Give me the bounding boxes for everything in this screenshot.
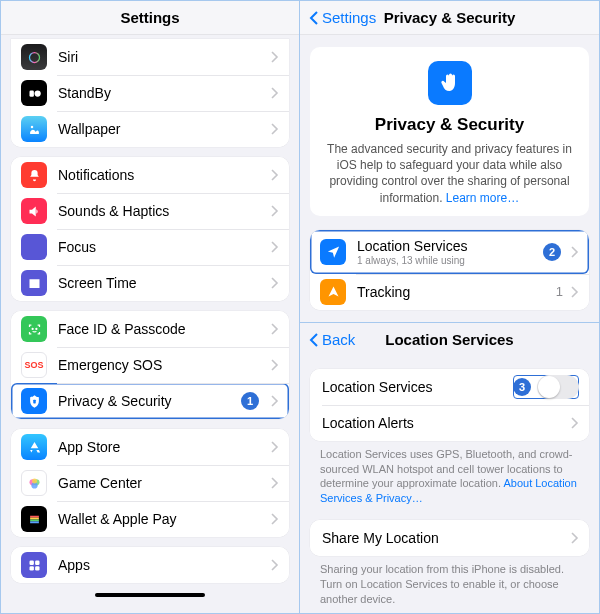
settings-row-wallpaper[interactable]: Wallpaper xyxy=(11,111,289,147)
chevron-right-icon xyxy=(271,441,279,453)
chevron-left-icon xyxy=(308,11,320,25)
chevron-right-icon xyxy=(271,359,279,371)
hero-title: Privacy & Security xyxy=(324,115,575,135)
location-panel: Back Location Services Location Services… xyxy=(300,323,599,613)
standby-icon xyxy=(21,80,47,106)
tracking-count: 1 xyxy=(556,284,563,299)
settings-row-wallet[interactable]: Wallet & Apple Pay xyxy=(11,501,289,537)
settings-row-faceid[interactable]: Face ID & Passcode xyxy=(11,311,289,347)
settings-row-appstore[interactable]: App Store xyxy=(11,429,289,465)
svg-rect-15 xyxy=(29,560,33,564)
chevron-right-icon xyxy=(271,323,279,335)
settings-row-sos[interactable]: SOS Emergency SOS xyxy=(11,347,289,383)
tracking-icon xyxy=(320,279,346,305)
svg-point-5 xyxy=(35,328,36,329)
chevron-right-icon xyxy=(271,169,279,181)
row-location-services[interactable]: Location Services 1 always, 13 while usi… xyxy=(310,230,589,274)
row-location-alerts[interactable]: Location Alerts xyxy=(310,405,589,441)
gamecenter-icon xyxy=(21,470,47,496)
sounds-icon xyxy=(21,198,47,224)
privacy-hero: Privacy & Security The advanced security… xyxy=(310,47,589,216)
step-badge-3: 3 xyxy=(513,378,531,396)
siri-icon xyxy=(21,44,47,70)
svg-rect-14 xyxy=(30,521,39,523)
svg-rect-11 xyxy=(30,515,39,517)
chevron-right-icon xyxy=(271,123,279,135)
svg-rect-1 xyxy=(29,90,33,96)
settings-row-siri[interactable]: Siri xyxy=(11,39,289,75)
settings-row-privacy[interactable]: Privacy & Security 1 xyxy=(11,383,289,419)
settings-titlebar: Settings xyxy=(1,1,299,35)
privacy-titlebar: Settings Privacy & Security xyxy=(300,1,599,35)
svg-rect-6 xyxy=(33,399,36,403)
location-toggle[interactable] xyxy=(537,375,579,399)
location-footer-2: Sharing your location from this iPhone i… xyxy=(300,556,599,611)
chevron-right-icon xyxy=(571,532,579,544)
wallet-icon xyxy=(21,506,47,532)
faceid-icon xyxy=(21,316,47,342)
chevron-left-icon xyxy=(308,333,320,347)
hero-body: The advanced security and privacy featur… xyxy=(324,141,575,206)
chevron-right-icon xyxy=(271,277,279,289)
hand-icon xyxy=(428,61,472,105)
svg-point-4 xyxy=(32,328,33,329)
settings-row-gamecenter[interactable]: Game Center xyxy=(11,465,289,501)
settings-row-notifications[interactable]: Notifications xyxy=(11,157,289,193)
back-button[interactable]: Back xyxy=(308,331,355,348)
learn-more-link[interactable]: Learn more… xyxy=(446,191,519,205)
row-location-toggle[interactable]: Location Services 3 xyxy=(310,369,589,405)
svg-rect-18 xyxy=(35,566,39,570)
sos-icon: SOS xyxy=(21,352,47,378)
chevron-right-icon xyxy=(271,395,279,407)
chevron-right-icon xyxy=(571,286,579,298)
settings-row-apps[interactable]: Apps xyxy=(11,547,289,583)
settings-row-sounds[interactable]: Sounds & Haptics xyxy=(11,193,289,229)
privacy-title: Privacy & Security xyxy=(384,9,516,26)
step-badge-2: 2 xyxy=(543,243,561,261)
focus-icon xyxy=(21,234,47,260)
settings-row-focus[interactable]: Focus xyxy=(11,229,289,265)
chevron-right-icon xyxy=(571,246,579,258)
svg-point-2 xyxy=(34,90,40,96)
chevron-right-icon xyxy=(271,87,279,99)
location-footer-1: Location Services uses GPS, Bluetooth, a… xyxy=(300,441,599,510)
svg-rect-13 xyxy=(30,519,39,521)
notifications-icon xyxy=(21,162,47,188)
appstore-icon xyxy=(21,434,47,460)
chevron-right-icon xyxy=(271,241,279,253)
privacy-icon xyxy=(21,388,47,414)
svg-point-3 xyxy=(30,125,33,128)
apps-icon xyxy=(21,552,47,578)
settings-panel: Settings Siri StandBy xyxy=(1,1,300,613)
svg-rect-12 xyxy=(30,517,39,519)
settings-title: Settings xyxy=(120,9,179,26)
chevron-right-icon xyxy=(271,51,279,63)
chevron-right-icon xyxy=(271,205,279,217)
chevron-right-icon xyxy=(271,559,279,571)
screentime-icon xyxy=(21,270,47,296)
location-title: Location Services xyxy=(385,331,513,348)
svg-point-0 xyxy=(29,52,39,62)
chevron-right-icon xyxy=(571,417,579,429)
row-share-location[interactable]: Share My Location xyxy=(310,520,589,556)
svg-rect-17 xyxy=(29,566,33,570)
row-tracking[interactable]: Tracking 1 xyxy=(310,274,589,310)
location-icon xyxy=(320,239,346,265)
chevron-right-icon xyxy=(271,513,279,525)
home-indicator xyxy=(95,593,205,597)
settings-row-standby[interactable]: StandBy xyxy=(11,75,289,111)
location-titlebar: Back Location Services xyxy=(300,323,599,357)
privacy-panel: Settings Privacy & Security Privacy & Se… xyxy=(300,1,599,323)
step-badge-1: 1 xyxy=(241,392,259,410)
chevron-right-icon xyxy=(271,477,279,489)
svg-point-10 xyxy=(32,478,37,483)
svg-rect-16 xyxy=(35,560,39,564)
settings-row-screentime[interactable]: Screen Time xyxy=(11,265,289,301)
wallpaper-icon xyxy=(21,116,47,142)
back-button[interactable]: Settings xyxy=(308,9,376,26)
